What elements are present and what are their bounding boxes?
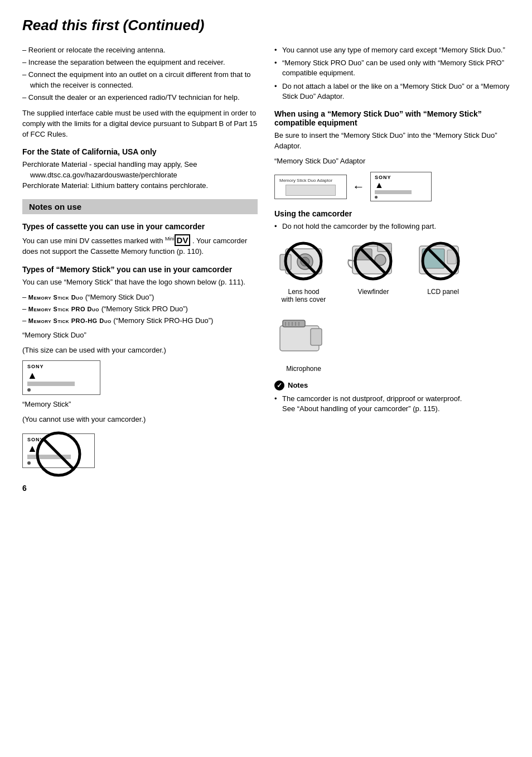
microphone-label: Microphone [286,365,321,373]
cassette-heading: Types of cassette you can use in your ca… [22,222,258,231]
right-bullet-2: “Memory Stick PRO Duo” can be used only … [274,58,510,78]
lens-hood-svg [274,238,333,285]
right-column: You cannot use any type of memory card e… [274,45,510,472]
notes-list: The camcorder is not dustproof, dripproo… [274,394,510,414]
duo-subtext: (This size can be used with your camcord… [22,345,258,356]
sony-label-duo: SONY [27,364,95,369]
dv-logo: DV [175,234,191,246]
memory-stick-no-use: SONY ▲ [22,429,95,472]
dash-item-3: Connect the equipment into an outlet on … [22,70,258,90]
using-camcorder-heading: Using the camcorder [274,209,510,218]
ms-type-1: Memory Stick Duo (“Memory Stick Duo”) [22,292,258,302]
using-camcorder-list: Do not hold the camcorder by the followi… [274,221,510,232]
card-bar-duo [27,382,75,386]
adaptor-box-label: Memory Stick Duo Adaptor [279,178,342,183]
dash-item-1: Reorient or relocate the receiving anten… [22,45,258,55]
lcd-panel-label: LCD panel [427,288,459,296]
california-text: Perchlorate Material - special handling … [22,160,258,191]
mini-label: Mini [165,236,175,242]
california-heading: For the State of California, USA only [22,147,258,156]
notes-heading: Notes [288,381,308,389]
duo-label: “Memory Stick Duo” [22,330,258,341]
card-bar-small [375,190,412,194]
lens-hood-item: Lens hoodwith lens cover [274,238,333,303]
viewfinder-item: Viewfinder [344,238,403,303]
lens-hood-label: Lens hoodwith lens cover [282,288,326,303]
notes-section: ✓ Notes The camcorder is not dustproof, … [274,380,510,414]
when-using-heading: When using a “Memory Stick Duo” with “Me… [274,109,510,127]
adaptor-label: “Memory Stick Duo” Adaptor [274,156,510,167]
cassette-text: You can use mini DV cassettes marked wit… [22,234,258,257]
svg-line-1 [43,439,74,469]
card-dot-duo [27,388,31,392]
left-column: Reorient or relocate the receiving anten… [22,45,258,472]
camcorder-images: Lens hoodwith lens cover Viewfinder [274,238,510,373]
when-using-text: Be sure to insert the “Memory Stick Duo”… [274,131,510,152]
adaptor-slot [286,185,336,196]
viewfinder-label: Viewfinder [358,288,389,296]
dash-item-2: Increase the separation between the equi… [22,57,258,67]
memory-stick-types: Memory Stick Duo (“Memory Stick Duo”) Me… [22,292,258,326]
memory-stick-heading: Types of “Memory Stick” you can use in y… [22,265,258,274]
do-not-hold: Do not hold the camcorder by the followi… [274,221,510,232]
microphone-item: Microphone [274,315,333,373]
note-1: The camcorder is not dustproof, dripproo… [274,394,510,414]
memory-stick-label: “Memory Stick” [22,399,258,410]
notes-circle-icon: ✓ [274,380,284,390]
sony-duo-card: SONY ▲ [22,360,100,395]
lcd-panel-svg [414,238,472,285]
dash-list: Reorient or relocate the receiving anten… [22,45,258,103]
sony-label-small: SONY [375,175,427,180]
viewfinder-svg [344,238,403,285]
card-icon-small: ▲ [375,180,427,190]
adaptor-arrow: ← [352,180,365,194]
right-bullet-1: You cannot use any type of memory card e… [274,45,510,55]
card-icon-duo: ▲ [27,370,95,380]
ms-type-3: Memory Stick PRO-HG Duo (“Memory Stick P… [22,316,258,326]
page-title: Read this first (Continued) [22,17,510,34]
right-bullet-list: You cannot use any type of memory card e… [274,45,510,102]
dash-item-4: Consult the dealer or an experienced rad… [22,93,258,103]
svg-rect-20 [283,320,305,327]
memory-stick-subtext: (You cannot use with your camcorder.) [22,414,258,425]
svg-rect-26 [311,329,322,345]
sony-small-card: SONY ▲ [370,172,432,201]
memory-stick-intro: You can use “Memory Stick” that have the… [22,277,258,288]
supplied-cable-text: The supplied interface cable must be use… [22,108,258,140]
adaptor-illustration: Memory Stick Duo Adaptor ← SONY ▲ [274,172,510,201]
california-url: www.dtsc.ca.gov/hazardouswaste/perchlora… [22,171,177,179]
notes-banner: Notes on use [22,199,258,214]
right-bullet-3: Do not attach a label or the like on a “… [274,81,510,102]
ms-type-2: Memory Stick PRO Duo (“Memory Stick PRO … [22,304,258,314]
no-use-overlay [22,429,95,479]
adaptor-box: Memory Stick Duo Adaptor [274,175,347,199]
card-dot-small [375,196,378,199]
microphone-svg [274,315,333,362]
notes-header: ✓ Notes [274,380,510,390]
page-number: 6 [22,484,510,493]
lcd-panel-item: LCD panel [414,238,472,303]
